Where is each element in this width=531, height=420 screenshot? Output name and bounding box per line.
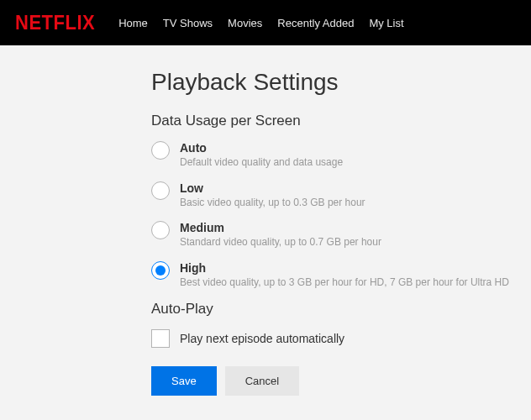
nav-my-list[interactable]: My List — [369, 17, 403, 29]
top-nav: NETFLIX Home TV Shows Movies Recently Ad… — [0, 0, 531, 45]
radio-high[interactable] — [151, 261, 170, 280]
settings-panel: Playback Settings Data Usage per Screen … — [0, 45, 531, 396]
autoplay-heading: Auto-Play — [151, 301, 531, 318]
option-auto: Auto Default video quality and data usag… — [151, 141, 513, 170]
option-label: Medium — [180, 221, 381, 234]
radio-low[interactable] — [151, 181, 170, 200]
data-usage-heading: Data Usage per Screen — [151, 113, 531, 129]
save-button[interactable]: Save — [151, 366, 217, 396]
option-desc: Standard video quality, up to 0.7 GB per… — [180, 236, 381, 249]
button-row: Save Cancel — [151, 366, 531, 396]
cancel-button[interactable]: Cancel — [225, 366, 299, 396]
nav-home[interactable]: Home — [118, 17, 148, 29]
option-low: Low Basic video quality, up to 0.3 GB pe… — [151, 181, 513, 210]
option-desc: Default video quality and data usage — [180, 156, 343, 170]
option-medium: Medium Standard video quality, up to 0.7… — [151, 221, 513, 249]
nav-recently-added[interactable]: Recently Added — [277, 17, 354, 29]
option-label: High — [180, 261, 509, 275]
autoplay-row: Play next episode automatically — [151, 329, 531, 348]
radio-auto[interactable] — [151, 141, 170, 160]
nav-tv-shows[interactable]: TV Shows — [163, 17, 213, 29]
page-title: Playback Settings — [151, 69, 531, 96]
option-desc: Basic video quality, up to 0.3 GB per ho… — [180, 197, 365, 210]
option-desc: Best video quality, up to 3 GB per hour … — [180, 276, 509, 290]
autoplay-label: Play next episode automatically — [180, 332, 344, 345]
autoplay-checkbox[interactable] — [151, 329, 170, 348]
netflix-logo[interactable]: NETFLIX — [15, 11, 95, 35]
option-label: Low — [180, 181, 365, 195]
nav-movies[interactable]: Movies — [228, 17, 262, 29]
option-label: Auto — [180, 141, 343, 155]
option-high: High Best video quality, up to 3 GB per … — [151, 261, 513, 290]
radio-medium[interactable] — [151, 221, 170, 239]
